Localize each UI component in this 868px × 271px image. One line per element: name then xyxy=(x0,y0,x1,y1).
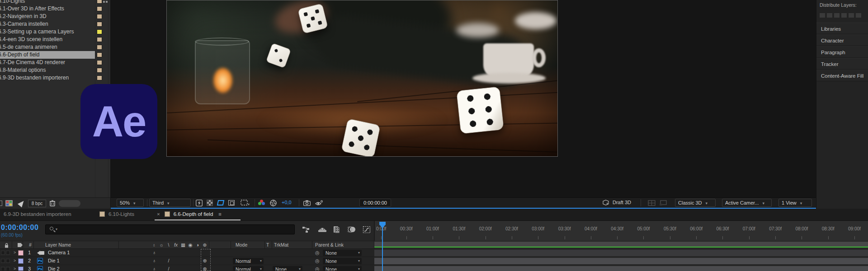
comp-flowchart-icon[interactable] xyxy=(302,226,310,233)
panel-tab-tracker[interactable]: Tracker xyxy=(816,58,868,70)
mode-header[interactable]: Mode xyxy=(236,241,247,249)
layer-duration-bar[interactable] xyxy=(374,250,868,256)
parent-link-header[interactable]: Parent & Link xyxy=(315,241,344,249)
label-swatch[interactable] xyxy=(97,0,102,4)
panel-tab-character[interactable]: Character xyxy=(816,34,868,46)
project-item[interactable]: 6.7-De Cinema 4D renderer xyxy=(0,59,111,66)
quality-toggle[interactable]: / xyxy=(165,265,172,271)
label-swatch[interactable] xyxy=(97,52,102,57)
motion-blur-icon[interactable] xyxy=(347,226,356,233)
t-header[interactable]: T xyxy=(266,241,269,249)
shy-layers-icon[interactable] xyxy=(318,226,327,233)
draft-3d-toggle[interactable]: Draft 3D xyxy=(613,199,631,207)
graph-editor-icon[interactable] xyxy=(363,226,371,234)
composition-viewport[interactable] xyxy=(166,0,558,157)
frame-blending-icon[interactable] xyxy=(333,226,340,234)
brush-icon[interactable] xyxy=(18,199,26,207)
label-swatch[interactable] xyxy=(97,6,102,11)
magnification-dropdown[interactable]: 50%▾ xyxy=(117,199,144,207)
effects-switch-header[interactable]: fx xyxy=(172,241,179,249)
layer-duration-bar[interactable] xyxy=(374,258,868,264)
label-swatch[interactable] xyxy=(97,14,102,19)
parent-dropdown[interactable]: None▾ xyxy=(323,258,362,264)
panel-scroll-icon[interactable] xyxy=(103,1,108,4)
current-time-field[interactable]: 0:00:00:00 xyxy=(1,224,38,232)
renderer-dropdown[interactable]: Classic 3D▾ xyxy=(675,199,716,207)
panel-tab-paragraph[interactable]: Paragraph xyxy=(816,46,868,58)
layer-name[interactable]: Die 1 xyxy=(48,257,60,265)
label-swatch[interactable] xyxy=(97,37,102,42)
pick-whip-icon[interactable]: ◎ xyxy=(315,257,320,265)
viewer-timecode[interactable]: 0:00:00:00 xyxy=(359,199,391,207)
parent-dropdown[interactable]: None▾ xyxy=(323,266,362,271)
view-layout-dropdown[interactable]: 1 View▾ xyxy=(778,199,812,207)
layer-name[interactable]: Die 2 xyxy=(48,265,60,271)
distribute-icon[interactable] xyxy=(827,13,832,18)
project-item[interactable]: 6.5-de camera animeren xyxy=(0,43,111,51)
project-item[interactable]: 6.1-Over 3D in After Effects xyxy=(0,5,111,13)
project-item[interactable]: 6.4-een 3D scene instellen xyxy=(0,36,111,43)
motion-blur-switch-header[interactable]: ◉ xyxy=(187,241,194,249)
blend-mode-dropdown[interactable]: Normal▾ xyxy=(233,266,264,271)
shy-toggle[interactable]: ♁ xyxy=(151,249,158,257)
distribute-icon[interactable] xyxy=(841,13,847,18)
bit-depth-button[interactable]: 8 bpc xyxy=(28,200,46,207)
trkmat-dropdown[interactable]: None▾ xyxy=(273,266,302,271)
quality-switch-header[interactable]: \ xyxy=(165,241,172,249)
comp-tab[interactable]: 6.9-3D bestanden importeren xyxy=(4,211,71,217)
panel-tab-libraries[interactable]: Libraries xyxy=(816,23,868,34)
panel-tab-content-aware-fill[interactable]: Content-Aware Fill xyxy=(816,70,868,81)
playhead-line[interactable] xyxy=(382,222,383,271)
collapse-switch-header[interactable]: ☼ xyxy=(158,241,165,249)
search-input[interactable]: ▾ xyxy=(45,224,295,234)
exposure-value[interactable]: +0,0 xyxy=(282,199,292,207)
frame-blend-switch-header[interactable]: ▦ xyxy=(179,241,187,249)
audio-toggle[interactable] xyxy=(6,259,10,263)
grid-guides-dropdown[interactable]: Third▾ xyxy=(149,199,191,207)
shy-switch-header[interactable]: ♁ xyxy=(151,241,158,249)
trkmat-header[interactable]: TrkMat xyxy=(274,241,288,249)
audio-toggle[interactable] xyxy=(6,267,10,271)
video-toggle[interactable] xyxy=(1,251,5,255)
resolution-icon[interactable]: ▾ xyxy=(239,199,251,207)
transparency-grid-icon[interactable] xyxy=(207,199,215,207)
shy-toggle[interactable]: ♁ xyxy=(151,257,158,265)
ground-plane-icon[interactable] xyxy=(648,199,656,207)
layer-row[interactable]: > 3 Ps Die 2 ♁ / ⊕ Normal▾ None▾ ◎ None▾ xyxy=(0,265,374,271)
audio-toggle[interactable] xyxy=(6,251,10,255)
channel-selector-icon[interactable] xyxy=(258,199,269,207)
layer-row[interactable]: > 2 Ps Die 1 ♁ / ⊕ Normal▾ ◎ None▾ xyxy=(0,257,374,265)
project-item[interactable]: 6.3-Setting up a camera Layers xyxy=(0,28,111,36)
project-item[interactable]: 6.8-Material options xyxy=(0,66,111,74)
blend-mode-dropdown[interactable]: Normal▾ xyxy=(233,258,264,264)
expander-icon[interactable]: > xyxy=(14,265,16,271)
threed-switch-header[interactable]: ⊕ xyxy=(201,241,208,249)
label-swatch[interactable] xyxy=(97,22,102,27)
project-item[interactable]: 6.10-Lights xyxy=(0,0,111,5)
delete-icon[interactable] xyxy=(50,200,55,206)
camera-view-dropdown[interactable]: Active Camer...▾ xyxy=(722,199,772,207)
panel-menu-icon[interactable]: ≡ xyxy=(218,211,222,217)
fast-previews-icon[interactable] xyxy=(196,199,204,207)
layer-duration-bar[interactable] xyxy=(374,266,868,271)
exposure-reset-icon[interactable] xyxy=(270,199,278,207)
quality-toggle[interactable]: / xyxy=(165,257,172,265)
layer-name-header[interactable]: Layer Name xyxy=(45,241,71,249)
distribute-icon[interactable] xyxy=(856,13,861,18)
shy-toggle[interactable]: ♁ xyxy=(151,265,158,271)
work-area-bar[interactable] xyxy=(374,242,868,247)
layer-row[interactable]: > 1 Camera 1 ♁ ◎ None▾ xyxy=(0,249,374,257)
snapshot-icon[interactable] xyxy=(303,199,311,207)
interpret-footage-icon[interactable] xyxy=(5,200,13,206)
expander-icon[interactable]: > xyxy=(14,257,16,265)
distribute-icon[interactable] xyxy=(820,13,825,18)
mask-visibility-icon[interactable] xyxy=(217,199,226,207)
label-swatch[interactable] xyxy=(97,68,102,73)
adjustment-switch-header[interactable]: ◑ xyxy=(194,241,201,249)
layer-label-swatch[interactable] xyxy=(18,266,24,271)
region-of-interest-icon[interactable] xyxy=(228,199,236,207)
layer-number-header[interactable]: # xyxy=(29,241,32,249)
layer-label-swatch[interactable] xyxy=(18,258,24,264)
pick-whip-icon[interactable]: ◎ xyxy=(315,249,320,257)
label-swatch[interactable] xyxy=(97,45,102,50)
